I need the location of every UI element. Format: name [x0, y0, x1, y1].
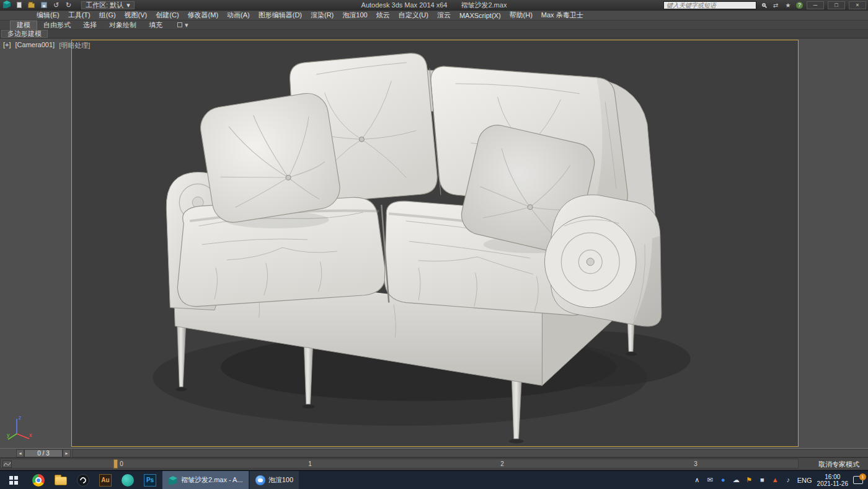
paoxuan-icon [255, 475, 265, 485]
start-button[interactable] [0, 471, 27, 489]
viewport-label: [+] [Camera001] [明暗处理] [3, 41, 90, 50]
task-paoxuan100[interactable]: 泡渲100 [250, 471, 299, 489]
help-icon[interactable]: ? [796, 2, 803, 9]
time-slider-track[interactable] [72, 449, 868, 457]
frame-tick-1: 1 [308, 460, 312, 467]
tab-freeform[interactable]: 自由形式 [37, 20, 77, 30]
svg-text:z: z [19, 415, 22, 421]
page-icon [17, 2, 22, 8]
tray-icon[interactable]: ⚑ [745, 477, 753, 483]
next-frame-button[interactable]: ► [63, 449, 71, 457]
windows-logo-icon [9, 476, 18, 485]
menu-antivirus[interactable]: Max 杀毒卫士 [537, 11, 588, 20]
redo-button[interactable]: ↻ [64, 1, 73, 9]
max-logo-icon[interactable] [2, 0, 11, 10]
menu-maxscript[interactable]: MAXScript(X) [455, 12, 505, 19]
save-file-button[interactable] [39, 1, 48, 9]
photoshop-taskbar-button[interactable]: Ps [139, 471, 161, 489]
tab-object-paint[interactable]: 对象绘制 [103, 20, 143, 30]
menu-animation[interactable]: 动画(A) [223, 11, 254, 20]
menu-views[interactable]: 视图(V) [120, 11, 152, 20]
viewport-menu-plus[interactable]: [+] [3, 41, 11, 50]
taskbar-clock[interactable]: 16:00 2021-11-26 [817, 473, 848, 487]
task-label: 褶皱沙发2.max - A... [181, 475, 243, 485]
new-scene-button[interactable] [14, 1, 24, 9]
caret-down-icon: ▾ [126, 1, 130, 9]
menu-group[interactable]: 组(G) [95, 11, 120, 20]
title-bar: ↺ ↻ 工作区: 默认 ▾ Autodesk 3ds Max 2014 x64 … [0, 0, 868, 11]
camera-viewport[interactable] [71, 40, 799, 447]
menu-customize[interactable]: 自定义(U) [394, 11, 433, 20]
maximize-button[interactable]: □ [828, 1, 845, 9]
tray-icon[interactable]: ▲ [771, 477, 779, 483]
menu-create[interactable]: 创建(C) [151, 11, 183, 20]
minimize-button[interactable]: ─ [807, 1, 824, 9]
clock-time: 16:00 [825, 473, 840, 480]
menu-rendering[interactable]: 渲染(R) [306, 11, 338, 20]
exchange-icon[interactable]: ⇄ [771, 2, 780, 9]
favorites-star-icon[interactable]: ★ [784, 2, 792, 9]
notification-icon[interactable]: 1 [853, 476, 863, 484]
panel-polygon-modeling[interactable]: 多边形建模 [1, 30, 48, 38]
tab-modeling[interactable]: 建模 [10, 20, 37, 30]
menu-xuanyun[interactable]: 炫云 [372, 11, 394, 20]
menu-help[interactable]: 帮助(H) [505, 11, 537, 20]
chrome-taskbar-button[interactable] [27, 471, 50, 489]
search-icon[interactable] [762, 3, 766, 7]
search-input[interactable] [666, 2, 753, 9]
menu-paoxuan100[interactable]: 泡渲100 [338, 11, 371, 20]
task-3dsmax[interactable]: 褶皱沙发2.max - A... [162, 471, 249, 489]
menu-edit[interactable]: 编辑(E) [32, 11, 64, 20]
ribbon-panel-bar: 多边形建模 [0, 30, 868, 38]
viewport-camera-label[interactable]: [Camera001] [16, 41, 55, 50]
close-button[interactable]: × [849, 1, 866, 9]
menu-graph-editors[interactable]: 图形编辑器(D) [254, 11, 306, 20]
workspace-dropdown[interactable]: 工作区: 默认 ▾ [81, 1, 135, 9]
search-box [663, 1, 756, 9]
menu-bar: 编辑(E) 工具(T) 组(G) 视图(V) 创建(C) 修改器(M) 动画(A… [0, 11, 868, 20]
max-task-icon [168, 475, 178, 485]
svg-text:x: x [29, 432, 32, 438]
taskbar: Au Ps 褶皱沙发2.max - A... 泡渲100 ∧ ✉ ● ☁ ⚑ ■… [0, 470, 868, 489]
notification-badge: 1 [859, 473, 866, 480]
tray-icon[interactable]: ■ [758, 477, 766, 483]
app-title: Autodesk 3ds Max 2014 x64 [361, 1, 448, 9]
frame-tick-0: 0 [120, 460, 123, 467]
time-slider-handle[interactable]: 0 / 3 [24, 449, 63, 457]
tray-icon[interactable]: ● [719, 477, 727, 483]
time-slider-row: ◄ 0 / 3 ► [0, 448, 868, 458]
menu-modifiers[interactable]: 修改器(M) [184, 11, 223, 20]
cancel-expert-mode-button[interactable]: 取消专家模式 [813, 460, 864, 469]
mini-curve-editor-button[interactable] [2, 460, 12, 468]
media-app-taskbar-button[interactable] [72, 471, 94, 489]
explorer-taskbar-button[interactable] [50, 471, 72, 489]
teal-app-icon [122, 474, 134, 487]
tray-icon[interactable]: ♪ [784, 477, 792, 483]
viewport-shading-label[interactable]: [明暗处理] [59, 41, 90, 50]
language-indicator[interactable]: ENG [797, 477, 812, 484]
tray-expand-icon[interactable]: ∧ [693, 477, 701, 483]
ribbon-options-caret-icon[interactable]: ▾ [185, 21, 188, 29]
folder-icon [28, 3, 35, 8]
track-bar: 0 1 2 3 取消专家模式 [0, 458, 868, 470]
undo-button[interactable]: ↺ [51, 1, 61, 9]
clock-date: 2021-11-26 [817, 480, 848, 487]
previous-frame-button[interactable]: ◄ [16, 449, 24, 457]
teal-app-taskbar-button[interactable] [117, 471, 139, 489]
menu-tools[interactable]: 工具(T) [64, 11, 95, 20]
open-file-button[interactable] [27, 1, 36, 9]
tab-populate[interactable]: 填充 [143, 20, 169, 30]
world-axis-gizmo: z x y [6, 413, 33, 444]
menu-xuanyun2[interactable]: 渲云 [433, 11, 455, 20]
workspace-label: 工作区: 默认 [86, 1, 123, 10]
sofa-render [72, 40, 798, 446]
tray-icon[interactable]: ☁ [732, 477, 740, 483]
folder-icon [55, 477, 67, 485]
audition-taskbar-button[interactable]: Au [94, 471, 117, 489]
tray-icon[interactable]: ✉ [706, 477, 714, 483]
current-frame-marker[interactable] [113, 459, 118, 469]
ribbon-minimize-icon[interactable] [177, 22, 182, 27]
frame-tick-2: 2 [500, 460, 504, 467]
tab-selection[interactable]: 选择 [77, 20, 103, 30]
photoshop-icon: Ps [144, 474, 156, 487]
